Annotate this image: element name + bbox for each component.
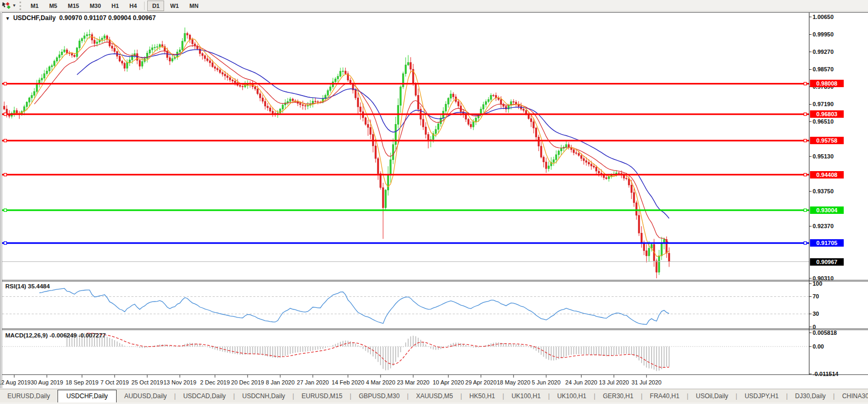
candle-body bbox=[74, 55, 75, 57]
candle-body bbox=[337, 76, 339, 79]
candle-body bbox=[184, 33, 186, 41]
candle-body bbox=[410, 62, 412, 69]
candle-body bbox=[71, 53, 73, 55]
candle-body bbox=[16, 110, 17, 114]
rsi-line bbox=[40, 288, 670, 324]
candle-body bbox=[81, 39, 83, 41]
date-axis-label: 5 Jun 2020 bbox=[532, 379, 560, 386]
candle-body bbox=[84, 36, 85, 39]
chart-tab-dj30-daily[interactable]: DJ30,Daily bbox=[788, 390, 833, 402]
rsi-pane[interactable] bbox=[2, 288, 809, 324]
chart-tab-fra40-h1[interactable]: FRA40,H1 bbox=[643, 390, 687, 402]
hline-price-label: 0.91705 bbox=[810, 239, 844, 247]
date-axis-label: 14 Feb 2020 bbox=[332, 379, 365, 386]
chart-tab-uk100-h1[interactable]: UK100,H1 bbox=[550, 390, 594, 402]
candle-body bbox=[207, 59, 208, 61]
date-axis-label: 20 Dec 2019 bbox=[231, 379, 264, 386]
candle-body bbox=[543, 157, 545, 162]
candle-body bbox=[129, 60, 130, 62]
candle-body bbox=[380, 174, 381, 187]
chart-tab-hk50-h1[interactable]: HK50,H1 bbox=[462, 390, 503, 402]
candle-body bbox=[638, 215, 640, 233]
chart-tab-ger30-h1[interactable]: GER30,H1 bbox=[595, 390, 641, 402]
candle-body bbox=[124, 63, 126, 68]
candle-body bbox=[425, 127, 426, 134]
candle-body bbox=[182, 41, 183, 50]
line-handle[interactable] bbox=[804, 82, 807, 85]
chart-symbol-dropdown-icon[interactable]: ▼ bbox=[5, 16, 10, 21]
candle-body bbox=[314, 101, 316, 101]
chart-tab-xauusd-m5[interactable]: XAUUSD,M5 bbox=[408, 390, 460, 402]
candle-body bbox=[31, 96, 33, 98]
price-axis-label: 1.00650 bbox=[813, 14, 834, 20]
price-axis-label: 0.92370 bbox=[813, 223, 834, 229]
candle-body bbox=[616, 173, 617, 174]
price-axis-label: 0.95130 bbox=[813, 153, 834, 159]
candle-body bbox=[560, 148, 562, 151]
candle-body bbox=[330, 87, 331, 91]
line-handle[interactable] bbox=[4, 173, 7, 176]
candle-body bbox=[209, 61, 211, 63]
candle-body bbox=[189, 35, 190, 40]
candle-body bbox=[317, 101, 319, 102]
chart-tab-usdcad-daily[interactable]: USDCAD,Daily bbox=[176, 390, 233, 402]
line-handle[interactable] bbox=[804, 113, 807, 116]
chart-tab-audusd-daily[interactable]: AUDUSD,Daily bbox=[117, 390, 174, 402]
price-axis-label: 0.99950 bbox=[813, 31, 834, 37]
line-handle[interactable] bbox=[804, 139, 807, 142]
chart-tab-eurusd-daily[interactable]: EURUSD,Daily bbox=[0, 390, 58, 402]
candle-body bbox=[300, 104, 301, 105]
line-handle[interactable] bbox=[4, 113, 7, 116]
candle-body bbox=[234, 81, 236, 83]
macd-pane[interactable] bbox=[2, 333, 809, 371]
date-axis-label: 18 Sep 2019 bbox=[65, 379, 98, 386]
hline-price-label: 0.96803 bbox=[810, 110, 844, 118]
candle-body bbox=[355, 90, 356, 98]
chart-tab-usdjpy-h1[interactable]: USDJPY,H1 bbox=[737, 390, 786, 402]
chart-tab-china300-h4[interactable]: CHINA300,H4 bbox=[835, 390, 868, 402]
chart-tab-uk100-h1[interactable]: UK100,H1 bbox=[504, 390, 548, 402]
candle-body bbox=[192, 40, 193, 44]
candle-body bbox=[327, 90, 329, 95]
candle-body bbox=[493, 95, 494, 96]
line-handle[interactable] bbox=[804, 242, 807, 245]
line-handle[interactable] bbox=[804, 173, 807, 176]
candle-body bbox=[151, 48, 153, 50]
candle-body bbox=[302, 105, 303, 106]
candle-body bbox=[4, 106, 5, 109]
candle-body bbox=[435, 129, 436, 134]
chart-tab-eurusd-m15[interactable]: EURUSD,M15 bbox=[294, 390, 349, 402]
candle-body bbox=[633, 193, 635, 203]
line-handle[interactable] bbox=[4, 82, 7, 85]
candle-body bbox=[257, 89, 259, 93]
line-handle[interactable] bbox=[4, 139, 7, 142]
chart-canvas[interactable] bbox=[0, 0, 868, 404]
candle-body bbox=[538, 137, 539, 146]
chart-tab-usdcnh-daily[interactable]: USDCNH,Daily bbox=[235, 390, 292, 402]
date-axis-label: 10 Apr 2020 bbox=[433, 379, 464, 386]
candle-body bbox=[628, 178, 629, 185]
price-axis-label: 0.93750 bbox=[813, 188, 834, 194]
candle-body bbox=[513, 101, 514, 102]
hline-price-label: 0.98008 bbox=[810, 80, 844, 87]
chart-tab-usdchf-daily[interactable]: USDCHF,Daily bbox=[58, 390, 117, 403]
chart-tab-usoil-daily[interactable]: USOil,Daily bbox=[689, 390, 736, 402]
candle-body bbox=[204, 55, 206, 59]
candle-body bbox=[395, 124, 396, 144]
candle-body bbox=[588, 162, 589, 164]
candle-body bbox=[626, 178, 627, 179]
candle-body bbox=[114, 48, 116, 51]
line-handle[interactable] bbox=[4, 242, 7, 245]
candle-body bbox=[488, 99, 489, 101]
candle-body bbox=[533, 122, 535, 128]
rsi-axis-label: 100 bbox=[813, 280, 822, 287]
main-price-pane[interactable] bbox=[4, 27, 670, 278]
chart-tab-gbpusd-m30[interactable]: GBPUSD,M30 bbox=[351, 390, 407, 402]
candle-body bbox=[407, 62, 409, 65]
line-handle[interactable] bbox=[804, 209, 807, 212]
candle-body bbox=[536, 128, 537, 137]
candle-body bbox=[540, 146, 542, 157]
candle-body bbox=[405, 65, 406, 74]
line-handle[interactable] bbox=[4, 209, 7, 212]
candle-body bbox=[470, 124, 472, 127]
